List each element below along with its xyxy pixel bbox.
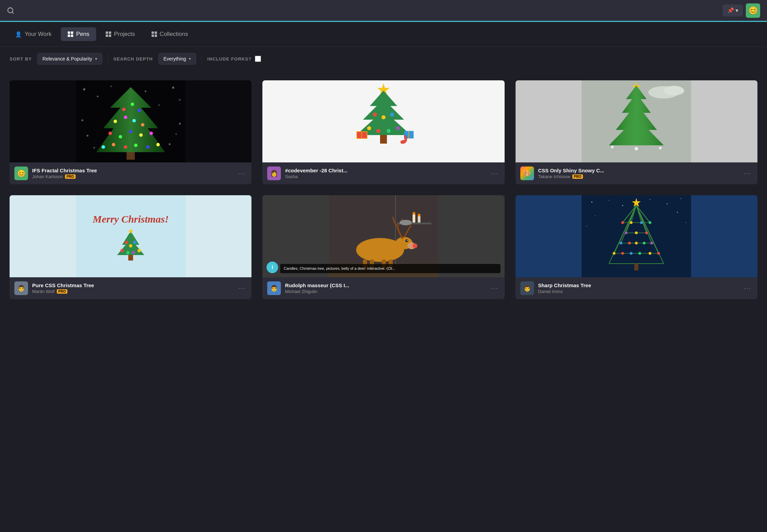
svg-rect-9	[109, 35, 111, 37]
list-item[interactable]: ❄ ❄ ❄ ❄ ❄ ❄ ❄ ❄ ❄ ❄ ❄ ❄ ❄	[10, 80, 251, 184]
svg-text:Merry Christmas!: Merry Christmas!	[92, 213, 169, 225]
avatar: 👩	[267, 167, 281, 180]
card-meta: IFS Fractal Christmas Tree Johan Karlsso…	[32, 168, 233, 179]
list-item[interactable]: Merry Christmas! 👨 Pure CS	[10, 195, 251, 299]
svg-point-47	[146, 145, 150, 149]
tab-your-work[interactable]: 👤 Your Work	[8, 27, 58, 41]
svg-point-148	[625, 231, 627, 234]
svg-point-87	[125, 241, 128, 244]
pro-badge: PRO	[572, 174, 583, 179]
svg-point-44	[112, 143, 115, 146]
svg-point-61	[390, 112, 394, 117]
filter-separator	[108, 54, 108, 64]
tab-collections-label: Collections	[160, 31, 188, 38]
svg-point-118	[622, 205, 623, 206]
night-tree-svg	[582, 195, 691, 277]
svg-rect-5	[71, 35, 73, 37]
include-forks-label: INCLUDE FORKS?	[207, 56, 251, 62]
card-menu-button[interactable]: ···	[237, 169, 247, 178]
svg-point-155	[650, 242, 653, 244]
sort-by-label: SORT BY	[10, 56, 32, 62]
svg-text:❄: ❄	[86, 134, 89, 137]
card-title: Rudolph masseur (CSS I...	[285, 282, 485, 288]
depth-dropdown[interactable]: Everything ▾	[158, 53, 196, 65]
svg-rect-2	[68, 31, 70, 34]
svg-point-69	[664, 86, 684, 95]
svg-point-43	[102, 145, 105, 149]
tab-pens[interactable]: Pens	[61, 27, 96, 41]
svg-point-108	[406, 240, 407, 241]
card-menu-button[interactable]: ···	[743, 169, 753, 178]
svg-point-144	[621, 221, 624, 224]
search-input[interactable]: christmas tree	[18, 6, 718, 15]
svg-rect-8	[106, 35, 108, 37]
svg-point-40	[129, 130, 132, 133]
card-menu-button[interactable]: ···	[490, 169, 500, 178]
search-depth-label: SEARCH DEPTH	[114, 56, 153, 62]
card-info: 👨 Rudolph masseur (CSS I... Michael Zhig…	[262, 277, 504, 299]
card-meta: Pure CSS Christmas Tree Martin Wolf PRO	[32, 282, 233, 294]
svg-point-120	[667, 203, 668, 204]
svg-text:❄: ❄	[172, 86, 174, 90]
svg-text:❄: ❄	[144, 90, 147, 93]
card-info: 😊 IFS Fractal Christmas Tree Johan Karls…	[10, 162, 251, 184]
card-menu-button[interactable]: ···	[490, 283, 500, 293]
card-meta: #codevember -28 Christ... Sasha	[285, 168, 485, 179]
tab-projects-label: Projects	[114, 31, 135, 38]
svg-point-37	[141, 123, 144, 127]
avatar: 😊	[14, 167, 28, 180]
pin-icon: 📌	[727, 7, 734, 14]
svg-text:❄: ❄	[83, 88, 86, 91]
pin-button[interactable]: 📌 ▾	[723, 4, 743, 16]
svg-point-149	[635, 231, 638, 234]
avatar: 👨	[14, 281, 28, 295]
card-info: 👩 #codevember -28 Christ... Sasha ···	[262, 162, 504, 184]
card-thumbnail	[516, 195, 757, 277]
pro-badge: PRO	[57, 289, 68, 294]
svg-point-39	[119, 135, 122, 138]
svg-point-46	[134, 144, 138, 147]
sort-dropdown[interactable]: Relevance & Popularity ▾	[37, 53, 102, 65]
card-title: CSS Only Shiny Snowy C...	[538, 168, 739, 173]
svg-point-64	[387, 129, 391, 133]
list-item[interactable]: 👨 Sharp Christmas Tree Daniel Imms ···	[516, 195, 757, 299]
svg-point-34	[114, 120, 117, 123]
svg-point-157	[621, 252, 624, 255]
user-avatar-button[interactable]: 😊	[746, 3, 760, 18]
svg-point-156	[613, 252, 615, 255]
svg-point-150	[645, 231, 648, 234]
search-icon	[7, 7, 14, 14]
collections-icon	[152, 31, 157, 37]
card-grid: ❄ ❄ ❄ ❄ ❄ ❄ ❄ ❄ ❄ ❄ ❄ ❄ ❄	[0, 71, 767, 316]
svg-point-36	[132, 119, 136, 122]
svg-point-65	[396, 126, 400, 130]
list-item[interactable]: 🎨 CSS Only Shiny Snowy C... Takane Ichin…	[516, 80, 757, 184]
tab-collections[interactable]: Collections	[145, 27, 195, 41]
svg-rect-30	[127, 152, 135, 160]
card-thumbnail	[262, 80, 504, 162]
tab-projects[interactable]: Projects	[99, 27, 142, 41]
svg-point-48	[156, 143, 160, 146]
svg-point-147	[649, 221, 651, 224]
svg-point-124	[586, 226, 587, 226]
svg-point-33	[138, 109, 141, 112]
card-meta: Rudolph masseur (CSS I... Michael Zhigul…	[285, 282, 485, 294]
include-forks-checkbox[interactable]	[255, 56, 261, 62]
list-item[interactable]: 👩 #codevember -28 Christ... Sasha ···	[262, 80, 504, 184]
avatar: 👨	[267, 281, 281, 295]
svg-rect-162	[634, 264, 638, 270]
sort-value: Relevance & Popularity	[42, 56, 92, 62]
card-menu-button[interactable]: ···	[743, 283, 753, 293]
info-tooltip: Candles, Christmas tree, pictures, belly…	[280, 264, 500, 273]
svg-point-92	[132, 251, 135, 254]
svg-rect-6	[106, 31, 108, 34]
svg-point-91	[126, 251, 130, 254]
svg-point-38	[108, 132, 112, 135]
svg-rect-54	[380, 135, 387, 144]
list-item[interactable]: i Candles, Christmas tree, pictures, bel…	[262, 195, 504, 299]
svg-text:❄: ❄	[93, 146, 95, 149]
your-work-icon: 👤	[15, 31, 22, 38]
pro-badge: PRO	[65, 174, 76, 179]
card-menu-button[interactable]: ···	[237, 283, 247, 293]
card-title: IFS Fractal Christmas Tree	[32, 168, 233, 173]
